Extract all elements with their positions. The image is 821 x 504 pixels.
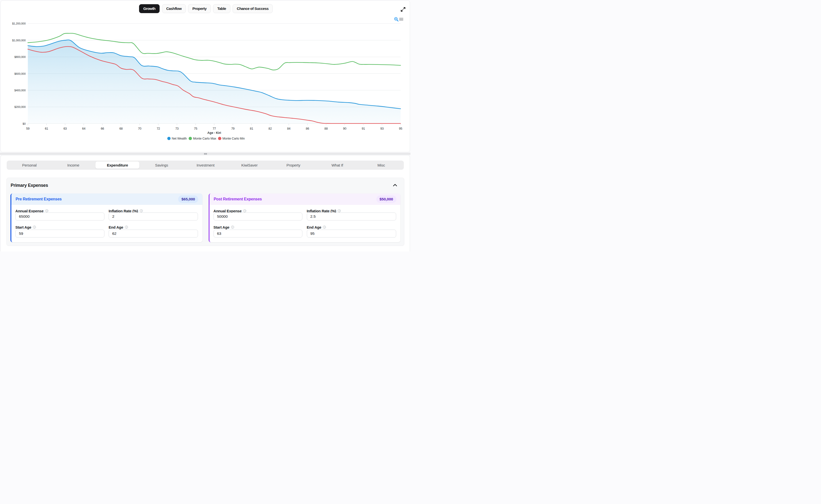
svg-text:93: 93 xyxy=(380,127,384,130)
svg-text:$600,000: $600,000 xyxy=(14,72,26,75)
svg-text:63: 63 xyxy=(63,127,67,130)
svg-text:75: 75 xyxy=(194,127,197,130)
svg-text:90: 90 xyxy=(343,127,346,130)
svg-text:84: 84 xyxy=(287,127,290,130)
svg-text:70: 70 xyxy=(138,127,142,130)
svg-text:95: 95 xyxy=(399,127,402,130)
svg-text:73: 73 xyxy=(175,127,179,130)
svg-text:Monte Carlo Min: Monte Carlo Min xyxy=(222,137,245,140)
svg-text:61: 61 xyxy=(45,127,48,130)
svg-text:64: 64 xyxy=(82,127,86,130)
svg-text:$200,000: $200,000 xyxy=(14,105,26,108)
svg-text:Age - Kiri: Age - Kiri xyxy=(207,131,221,135)
svg-text:91: 91 xyxy=(362,127,365,130)
svg-text:68: 68 xyxy=(119,127,123,130)
svg-text:59: 59 xyxy=(26,127,30,130)
svg-text:$1,200,000: $1,200,000 xyxy=(12,22,26,25)
svg-text:77: 77 xyxy=(213,127,216,130)
svg-text:Net Wealth: Net Wealth xyxy=(172,137,187,140)
svg-text:79: 79 xyxy=(231,127,235,130)
svg-text:82: 82 xyxy=(268,127,272,130)
svg-text:$0: $0 xyxy=(23,122,25,125)
svg-text:$800,000: $800,000 xyxy=(14,55,26,58)
svg-text:66: 66 xyxy=(101,127,104,130)
svg-text:88: 88 xyxy=(324,127,328,130)
svg-text:Monte Carlo Max: Monte Carlo Max xyxy=(193,137,217,140)
svg-text:72: 72 xyxy=(157,127,160,130)
svg-text:86: 86 xyxy=(306,127,309,130)
svg-text:$400,000: $400,000 xyxy=(14,89,26,92)
svg-text:81: 81 xyxy=(250,127,253,130)
svg-text:$1,000,000: $1,000,000 xyxy=(12,39,26,42)
